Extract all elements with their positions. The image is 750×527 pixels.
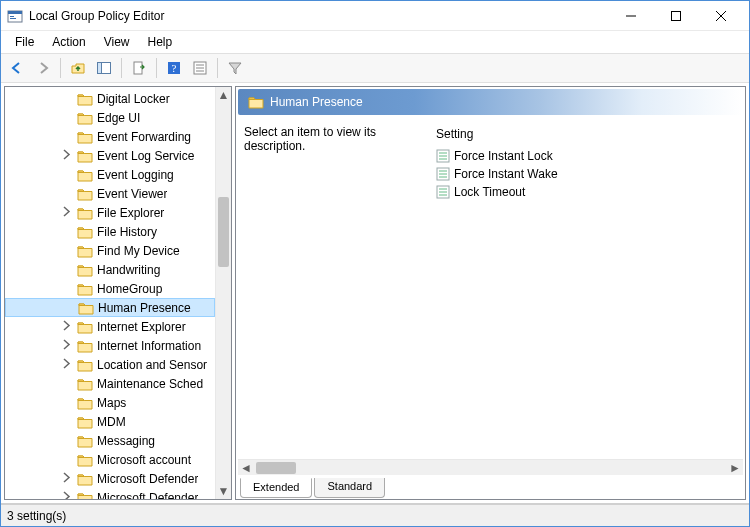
tree-item[interactable]: Human Presence [5,298,215,317]
expand-icon[interactable] [61,339,72,350]
menu-file[interactable]: File [7,33,42,51]
tree-item[interactable]: Digital Locker [5,89,215,108]
menu-view[interactable]: View [96,33,138,51]
tree-item[interactable]: Messaging [5,431,215,450]
settings-column-header[interactable]: Setting [434,125,741,147]
policy-icon [436,167,450,181]
tree-item[interactable]: Maintenance Sched [5,374,215,393]
tree-item-label: Handwriting [97,263,160,277]
content-area: Digital LockerEdge UIEvent ForwardingEve… [1,83,749,504]
folder-icon [77,491,93,500]
status-text: 3 setting(s) [7,509,66,523]
folder-icon [77,396,93,410]
setting-item[interactable]: Force Instant Lock [434,147,741,165]
close-button[interactable] [698,2,743,30]
tree-item[interactable]: MDM [5,412,215,431]
svg-rect-2 [10,16,14,17]
tree-item[interactable]: Maps [5,393,215,412]
tree-item-label: Edge UI [97,111,140,125]
svg-text:?: ? [172,62,177,74]
expand-icon[interactable] [61,491,72,499]
expand-icon[interactable] [61,358,72,369]
folder-icon [77,472,93,486]
folder-icon [77,415,93,429]
tree-item[interactable]: File Explorer [5,203,215,222]
toolbar-separator [217,58,218,78]
help-button[interactable]: ? [162,56,186,80]
tab-standard[interactable]: Standard [314,478,385,498]
setting-item[interactable]: Force Instant Wake [434,165,741,183]
tree-item[interactable]: Microsoft Defender [5,488,215,499]
setting-item[interactable]: Lock Timeout [434,183,741,201]
tree-item[interactable]: Find My Device [5,241,215,260]
app-icon [7,8,23,24]
tree-item[interactable]: File History [5,222,215,241]
tree-item-label: MDM [97,415,126,429]
properties-button[interactable] [188,56,212,80]
tree-item[interactable]: Edge UI [5,108,215,127]
scroll-up-icon[interactable]: ▲ [216,87,231,103]
scroll-thumb-h[interactable] [256,462,296,474]
svg-rect-3 [10,18,16,19]
detail-header-title: Human Presence [270,95,363,109]
up-level-button[interactable] [66,56,90,80]
tree-item-label: Event Logging [97,168,174,182]
minimize-button[interactable] [608,2,653,30]
tree-item[interactable]: Event Logging [5,165,215,184]
setting-label: Force Instant Wake [454,167,558,181]
tree-item-label: Digital Locker [97,92,170,106]
expand-icon[interactable] [61,206,72,217]
scroll-right-icon[interactable]: ► [727,461,743,475]
tree-item[interactable]: Event Viewer [5,184,215,203]
tree-scrollbar[interactable]: ▲ ▼ [215,87,231,499]
tree-item-label: Internet Information [97,339,201,353]
tree-item-label: Microsoft account [97,453,191,467]
menu-action[interactable]: Action [44,33,93,51]
folder-icon [77,92,93,106]
maximize-button[interactable] [653,2,698,30]
folder-icon [77,168,93,182]
detail-h-scrollbar[interactable]: ◄ ► [238,459,743,475]
tree-item-label: Messaging [97,434,155,448]
toolbar-separator [156,58,157,78]
tree-item[interactable]: Microsoft account [5,450,215,469]
tree-item-label: HomeGroup [97,282,162,296]
expand-icon[interactable] [61,320,72,331]
expand-icon[interactable] [61,472,72,483]
policy-icon [436,185,450,199]
folder-icon [77,206,93,220]
menu-help[interactable]: Help [140,33,181,51]
tree-item-label: Internet Explorer [97,320,186,334]
expand-icon[interactable] [61,149,72,160]
tree-item[interactable]: Microsoft Defender [5,469,215,488]
back-button[interactable] [5,56,29,80]
tree-item[interactable]: Location and Sensor [5,355,215,374]
tree-item[interactable]: Internet Explorer [5,317,215,336]
tree-item[interactable]: Event Forwarding [5,127,215,146]
svg-rect-10 [134,62,142,74]
tree-item[interactable]: Handwriting [5,260,215,279]
svg-rect-9 [98,63,102,74]
scroll-thumb[interactable] [218,197,229,267]
forward-button[interactable] [31,56,55,80]
tree-item-label: Event Forwarding [97,130,191,144]
tree-item[interactable]: Internet Information [5,336,215,355]
filter-button[interactable] [223,56,247,80]
scroll-left-icon[interactable]: ◄ [238,461,254,475]
folder-icon [77,377,93,391]
scroll-down-icon[interactable]: ▼ [216,483,231,499]
folder-icon [77,225,93,239]
tree-item-label: Maintenance Sched [97,377,203,391]
tree-item[interactable]: Event Log Service [5,146,215,165]
folder-icon [77,320,93,334]
tab-extended[interactable]: Extended [240,478,312,498]
tree-item-label: Event Viewer [97,187,167,201]
export-button[interactable] [127,56,151,80]
show-hide-tree-button[interactable] [92,56,116,80]
folder-icon [77,453,93,467]
tree-item[interactable]: HomeGroup [5,279,215,298]
tree-item-label: Microsoft Defender [97,491,198,500]
folder-icon [77,149,93,163]
svg-rect-5 [671,11,680,20]
folder-icon [77,339,93,353]
